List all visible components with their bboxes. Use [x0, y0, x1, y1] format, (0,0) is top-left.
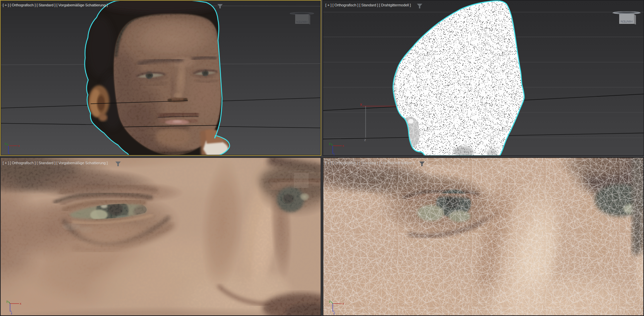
svg-text:y: y — [5, 142, 6, 145]
svg-text:y: y — [6, 300, 8, 303]
svg-text:z: z — [333, 312, 335, 315]
svg-text:HINTEN: HINTEN — [296, 20, 308, 24]
svg-text:[ + ] [ Orthografisch ] [ Stan: [ + ] [ Orthografisch ] [ Standard ] [ V… — [3, 3, 108, 7]
svg-text:x: x — [342, 302, 344, 305]
svg-text:[ + ] [ Orthografisch ] [ Stan: [ + ] [ Orthografisch ] [ Standard ] [ D… — [325, 3, 411, 7]
svg-text:x: x — [342, 144, 344, 147]
svg-text:x: x — [20, 302, 21, 305]
svg-text:[ + ] [ Orthografisch ] [ Stan: [ + ] [ Orthografisch ] [ Standard ] [ V… — [3, 161, 108, 165]
svg-text:x: x — [18, 144, 20, 147]
svg-text:z: z — [11, 312, 12, 315]
svg-text:y: y — [360, 102, 362, 106]
svg-text:[ + ] [ Orthografisch ] [ Stan: [ + ] [ Orthografisch ] [ Standard ] [ F… — [325, 161, 415, 165]
svg-text:z: z — [364, 138, 366, 142]
svg-text:y: y — [329, 142, 331, 145]
svg-text:y: y — [329, 300, 331, 303]
svg-text:HINTEN: HINTEN — [621, 20, 633, 24]
